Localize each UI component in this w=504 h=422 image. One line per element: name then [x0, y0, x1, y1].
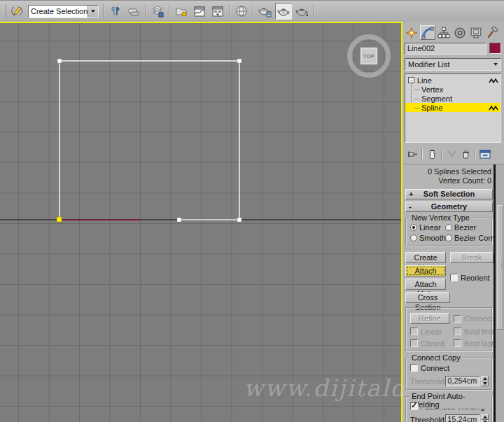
configure-modifier-sets-icon[interactable] — [478, 148, 492, 161]
create-line-button[interactable]: Create Line — [405, 252, 446, 263]
attach-mult-button[interactable]: Attach Mult. — [405, 279, 446, 290]
clipped-toolbar-icon — [0, 4, 6, 18]
spinner-down-icon[interactable] — [481, 420, 489, 422]
connect-refine-checkbox[interactable]: Connect — [454, 314, 494, 323]
toolbar-separator — [103, 4, 104, 18]
toolbar-separator — [421, 149, 423, 160]
spinner-value[interactable]: 0,254cm — [445, 376, 480, 386]
named-selection-sets-icon[interactable] — [8, 3, 25, 20]
align-icon[interactable] — [125, 3, 142, 20]
linear-checkbox[interactable]: Linear — [410, 327, 449, 336]
cross-section-button[interactable]: Cross Section — [405, 292, 450, 303]
connect-copy-checkbox[interactable]: Connect — [410, 363, 489, 372]
vertex-handle[interactable] — [177, 218, 181, 222]
checkbox-box — [454, 328, 461, 335]
stack-item-line[interactable]: - Line — [405, 76, 500, 85]
panel-scrollbar[interactable] — [493, 164, 504, 422]
sub-object-active-icon[interactable] — [487, 105, 498, 111]
viewcube-top-face[interactable]: TOP — [360, 47, 378, 65]
render-production-icon[interactable] — [293, 3, 310, 20]
closed-checkbox[interactable]: Closed — [410, 339, 449, 348]
tab-display[interactable] — [468, 25, 484, 40]
checkbox-box — [410, 328, 418, 335]
end-point-auto-welding-group: End Point Auto-Welding Automatic Welding… — [405, 396, 492, 422]
render-setup-icon[interactable] — [257, 3, 274, 20]
vertex-handle[interactable] — [57, 59, 62, 63]
pin-stack-icon[interactable] — [405, 148, 419, 161]
tab-utilities[interactable] — [484, 25, 500, 40]
manage-layers-icon[interactable] — [149, 3, 166, 20]
group-title: Connect Copy — [410, 353, 463, 362]
tab-modify[interactable] — [420, 25, 435, 40]
graphite-tools-icon[interactable] — [173, 3, 190, 20]
viewcube-west-label[interactable]: W — [348, 52, 354, 59]
stack-item-vertex[interactable]: ---- Vertex — [405, 85, 500, 94]
schematic-view-icon[interactable] — [209, 3, 226, 20]
teapot-frame-glyph — [276, 4, 290, 18]
vertex-handle[interactable] — [237, 218, 241, 222]
rollout-toggle[interactable]: - — [409, 202, 412, 211]
break-button[interactable]: Break — [450, 252, 493, 263]
modifier-list-dropdown[interactable]: Modifier List — [405, 58, 501, 71]
stack-item-segment[interactable]: ---- Segment — [405, 94, 500, 103]
top-viewport[interactable]: TOP N S W E www.dijitalde — [0, 22, 402, 422]
rollout-geometry[interactable]: - Geometry — [405, 202, 493, 212]
spinner-up-icon[interactable] — [481, 376, 489, 381]
material-editor-icon[interactable] — [233, 3, 250, 20]
make-unique-icon[interactable] — [444, 148, 458, 161]
object-name-input[interactable]: Line002 — [405, 43, 486, 55]
viewcube-south-label[interactable]: S — [347, 71, 391, 78]
auto-weld-threshold-spinner[interactable]: 15,24cm — [445, 414, 489, 422]
geometry-buttons: Create Line Break Attach Reorient Attach… — [405, 252, 498, 303]
checkbox-box — [410, 402, 418, 410]
reorient-checkbox[interactable]: Reorient — [450, 273, 493, 282]
scrollbar-thumb[interactable] — [497, 205, 503, 330]
selection-set-combobox[interactable]: Create Selection Se — [28, 5, 99, 18]
main-toolbar: Create Selection Se — [0, 0, 504, 22]
teapot-glyph — [295, 4, 309, 18]
radio-linear[interactable]: Linear — [410, 223, 445, 232]
selection-set-value[interactable]: Create Selection Se — [29, 7, 88, 15]
chevron-down-icon[interactable] — [88, 6, 98, 17]
spline-outline[interactable] — [59, 61, 239, 220]
show-end-result-icon[interactable] — [425, 148, 439, 161]
radio-smooth[interactable]: Smooth — [410, 234, 445, 242]
viewcube-north-label[interactable]: N — [347, 34, 391, 41]
connect-copy-threshold-row: Threshold 0,254cm — [410, 376, 489, 386]
mirror-icon[interactable] — [107, 3, 124, 20]
tab-hierarchy[interactable] — [436, 25, 451, 40]
watermark-text: www.dijitalde — [244, 374, 412, 402]
refine-grid: Refine Connect Linear Bind first — [410, 313, 489, 348]
curve-glyph — [192, 4, 206, 18]
bind-last-checkbox[interactable]: Bind last — [454, 339, 494, 348]
curve-editor-icon[interactable] — [191, 3, 208, 20]
connect-copy-threshold-spinner[interactable]: 0,254cm — [445, 376, 489, 386]
rendered-frame-window-icon[interactable] — [275, 3, 292, 20]
sub-object-active-icon[interactable] — [487, 78, 498, 83]
first-vertex-handle[interactable] — [57, 217, 62, 222]
attach-button[interactable]: Attach — [405, 265, 446, 276]
display-icon — [470, 27, 482, 39]
stack-item-spline[interactable]: ---- Spline — [405, 103, 500, 112]
spinner-down-icon[interactable] — [481, 381, 489, 387]
object-color-swatch[interactable] — [489, 43, 501, 54]
collapse-icon[interactable]: - — [408, 77, 414, 83]
checkbox-box — [454, 339, 461, 347]
rollout-toggle[interactable]: + — [409, 190, 413, 199]
tab-motion[interactable] — [452, 25, 468, 40]
spinner-value[interactable]: 15,24cm — [445, 414, 480, 422]
tab-create[interactable] — [404, 25, 419, 40]
viewcube[interactable]: TOP N S W E — [347, 34, 391, 78]
spinner-up-icon[interactable] — [481, 414, 489, 420]
folder-glyph — [174, 4, 188, 18]
vertex-handle[interactable] — [237, 59, 241, 63]
auto-weld-threshold-row: Threshold 15,24cm — [410, 414, 489, 422]
bind-first-checkbox[interactable]: Bind first — [454, 327, 494, 336]
refine-button[interactable]: Refine — [410, 313, 449, 324]
rollout-soft-selection[interactable]: + Soft Selection — [405, 189, 493, 199]
remove-modifier-icon[interactable] — [458, 148, 472, 161]
rollout-label: Soft Selection — [424, 190, 475, 198]
viewcube-east-label[interactable]: E — [386, 52, 390, 59]
command-panel: Line002 Modifier List - Line ---- Vertex… — [402, 22, 504, 422]
checkbox-box — [454, 315, 461, 323]
